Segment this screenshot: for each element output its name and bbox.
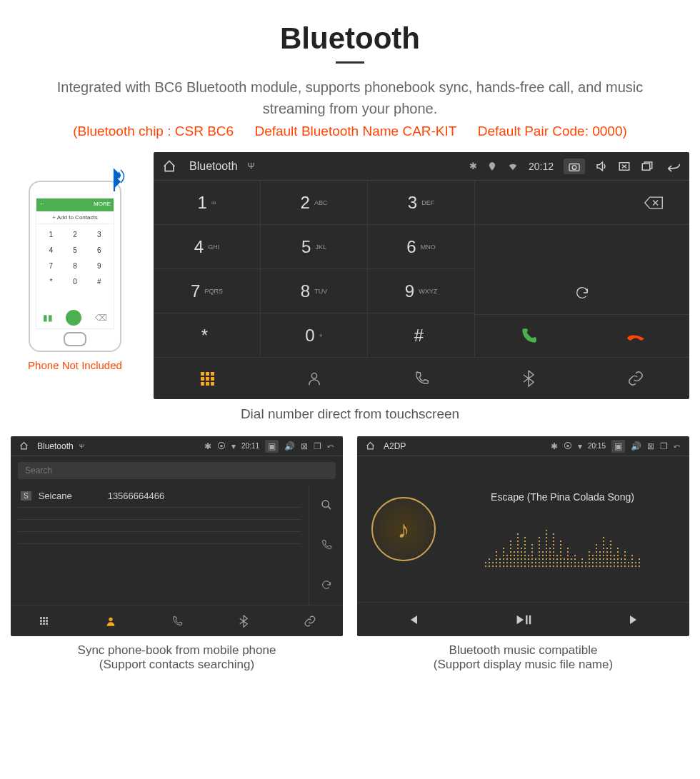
wifi-icon: ▾ [578,441,582,451]
key-1[interactable]: 1∞ [154,181,261,225]
volume-icon[interactable]: 🔊 [284,441,295,451]
music-player-body: ♪ Escape (The Pina Colada Song) [357,456,689,602]
status-time: 20:11 [241,442,259,450]
volume-icon[interactable]: 🔊 [631,441,641,451]
close-icon[interactable]: ⊠ [647,441,654,451]
nav-bluetooth-button[interactable] [475,358,582,399]
phone-screen-header: ←MORE [36,198,114,211]
camera-icon[interactable]: ▣ [611,440,625,453]
spec-chip: (Bluetooth chip : CSR BC6 [73,124,234,139]
status-time: 20:15 [588,442,606,450]
home-icon[interactable] [366,441,375,451]
back-icon[interactable]: ⤺ [674,441,681,451]
wifi-icon [507,161,519,172]
close-icon[interactable]: ⊠ [301,441,308,451]
key-#[interactable]: # [368,313,475,358]
phone-mockup-column: ←MORE + Add to Contacts 123456789*0# ▮▮ … [11,181,139,371]
music-caption: Bluetooth music compatible (Support disp… [357,643,689,672]
contact-initial-badge: S [21,491,31,501]
nav-contacts-button[interactable] [261,358,368,399]
location-icon [487,161,497,171]
app-title: Bluetooth [37,441,74,451]
search-input[interactable]: Search [18,462,336,479]
contact-row[interactable]: S Seicane 13566664466 [18,485,301,508]
nav-bluetooth-button[interactable] [210,605,276,636]
home-icon[interactable] [162,159,176,174]
recents-icon[interactable]: ❐ [314,441,321,451]
song-title: Escape (The Pina Colada Song) [450,491,675,503]
bluetooth-status-icon: ✱ [204,441,211,451]
status-time: 20:12 [529,161,554,172]
call-hangup-button[interactable] [582,315,689,357]
bluetooth-status-icon: ✱ [551,441,558,451]
key-*[interactable]: * [154,313,261,358]
recents-icon[interactable] [641,160,654,173]
key-2[interactable]: 2ABC [261,181,368,225]
phone-not-included-note: Phone Not Included [11,359,139,371]
page-title: Bluetooth [11,21,689,56]
key-7[interactable]: 7PQRS [154,269,261,313]
contact-row-empty [18,508,301,520]
dialer-keypad: 1∞2ABC3DEF4GHI5JKL6MNO7PQRS8TUV9WXYZ*0+# [154,181,475,358]
contact-name: Seicane [39,491,72,501]
nav-dialpad-button[interactable] [11,605,77,636]
svg-point-1 [572,165,576,169]
app-title: Bluetooth [189,160,238,173]
home-icon[interactable] [19,441,29,451]
nav-dialpad-button[interactable] [154,358,261,399]
back-icon[interactable]: ⤺ [327,441,334,451]
main-caption: Dial number direct from touchscreen [11,406,689,422]
phone-mini-keypad: 123456789*0# [36,224,114,292]
title-underline [336,61,364,64]
next-track-button[interactable] [579,603,689,636]
nav-history-button[interactable] [368,358,475,399]
nav-contacts-button[interactable] [77,605,144,636]
key-9[interactable]: 9WXYZ [368,269,475,313]
phone-mockup: ←MORE + Add to Contacts 123456789*0# ▮▮ … [29,181,121,352]
contact-list: S Seicane 13566664466 [11,485,309,605]
key-4[interactable]: 4GHI [154,225,261,269]
status-bar: Bluetooth Ψ ✱ 20:12 [154,152,689,181]
svg-point-6 [109,617,112,620]
nav-link-button[interactable] [582,358,689,399]
nav-history-button[interactable] [144,605,210,636]
phonebook-caption: Sync phone-book from mobile phone (Suppo… [11,643,343,672]
bluetooth-signal-icon [101,168,127,194]
music-device: A2DP ✱ ⦿ ▾ 20:15 ▣ 🔊 ⊠ ❐ ⤺ ♪ Escape (The… [357,436,689,636]
back-icon[interactable] [664,161,681,172]
spec-name: Default Bluetooth Name CAR-KIT [254,124,456,139]
phone-bottom-bar: ▮▮ ⌫ [36,310,114,326]
camera-icon[interactable]: ▣ [265,440,279,453]
wifi-icon: ▾ [231,441,236,451]
key-0[interactable]: 0+ [261,313,368,358]
music-statusbar: A2DP ✱ ⦿ ▾ 20:15 ▣ 🔊 ⊠ ❐ ⤺ [357,436,689,456]
description-text: Integrated with BC6 Bluetooth module, su… [39,76,661,119]
key-3[interactable]: 3DEF [368,181,475,225]
backspace-icon[interactable] [644,196,664,210]
svg-point-4 [311,373,316,378]
prev-track-button[interactable] [357,603,468,636]
key-5[interactable]: 5JKL [261,225,368,269]
app-title: A2DP [384,441,406,451]
volume-icon[interactable] [595,160,608,173]
call-answer-button[interactable] [475,315,582,357]
key-8[interactable]: 8TUV [261,269,368,313]
key-6[interactable]: 6MNO [368,225,475,269]
camera-icon[interactable] [564,159,585,174]
recents-icon[interactable]: ❐ [660,441,668,451]
call-icon[interactable] [309,525,343,565]
play-pause-button[interactable] [468,603,579,636]
bottom-nav [154,358,689,399]
usb-icon: Ψ [248,161,255,171]
usb-icon: Ψ [79,443,85,450]
location-icon: ⦿ [564,441,572,451]
nav-link-button[interactable] [276,605,343,636]
svg-point-5 [322,501,329,507]
refresh-icon[interactable] [309,565,343,605]
refresh-icon[interactable] [574,285,590,301]
close-icon[interactable] [618,160,631,173]
search-icon[interactable] [309,485,343,525]
spec-code: Default Pair Code: 0000) [478,124,627,139]
location-icon: ⦿ [217,441,226,451]
bluetooth-status-icon: ✱ [469,161,477,171]
